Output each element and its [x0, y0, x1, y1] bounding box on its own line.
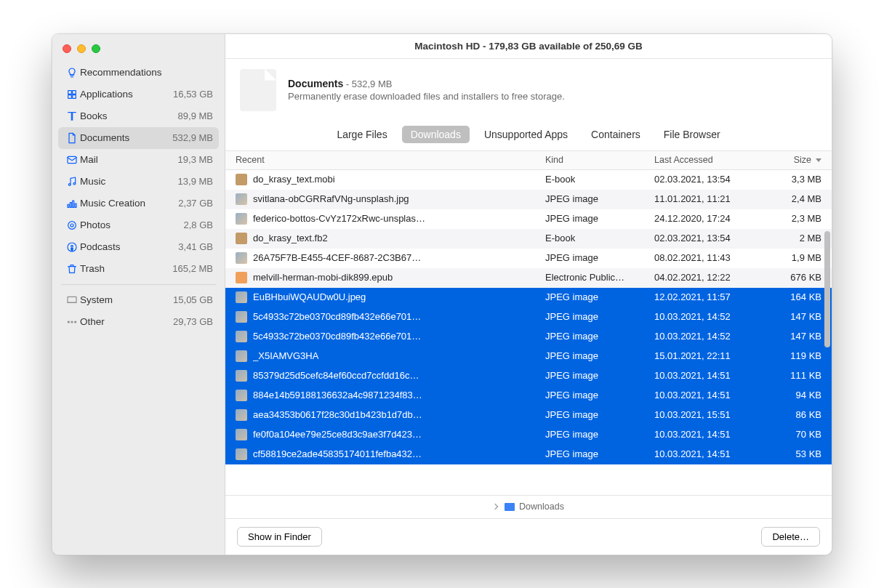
- file-thumbnail-icon: [236, 350, 247, 362]
- file-name: fe0f0a104ee79e25ce8d3c9ae3f7d423…: [253, 429, 422, 440]
- sidebar-item-size: 16,53 GB: [173, 89, 213, 100]
- svg-point-14: [75, 321, 76, 323]
- table-row[interactable]: _X5IAMVG3HAJPEG image15.01.2021, 22:1111…: [225, 347, 832, 366]
- file-last-accessed: 10.03.2021, 14:51: [654, 448, 763, 459]
- file-kind: JPEG image: [545, 291, 654, 302]
- sidebar-item-system[interactable]: System15,05 GB: [58, 289, 219, 311]
- file-kind: JPEG image: [545, 213, 654, 224]
- table-row[interactable]: melvill-herman-mobi-dik899.epubElectroni…: [225, 268, 832, 288]
- music-icon: [64, 176, 80, 188]
- file-last-accessed: 10.03.2021, 14:52: [654, 311, 763, 322]
- file-thumbnail-icon: [236, 193, 247, 205]
- musiccreation-icon: [64, 198, 80, 209]
- sidebar-item-label: Mail: [80, 154, 178, 165]
- sidebar-item-documents[interactable]: Documents532,9 MB: [58, 127, 219, 149]
- tab-unsupported-apps[interactable]: Unsupported Apps: [475, 126, 576, 143]
- file-last-accessed: 11.01.2021, 11:21: [654, 193, 763, 204]
- table-row[interactable]: aea34353b0617f28c30d1b423b1d7db…JPEG ima…: [225, 406, 832, 425]
- file-size: 147 KB: [763, 311, 821, 322]
- file-size: 94 KB: [763, 390, 821, 400]
- svg-point-7: [71, 224, 73, 227]
- file-kind: JPEG image: [545, 448, 654, 459]
- column-recent[interactable]: Recent: [236, 155, 545, 165]
- table-row[interactable]: cf58819ce2ade45835174011fefba432…JPEG im…: [225, 445, 832, 464]
- svg-point-13: [71, 321, 73, 323]
- file-size: 86 KB: [763, 409, 821, 420]
- file-name: cf58819ce2ade45835174011fefba432…: [253, 448, 422, 459]
- sidebar-item-other[interactable]: Other29,73 GB: [58, 311, 219, 333]
- sidebar-item-recommendations[interactable]: Recommendations: [58, 62, 219, 84]
- file-last-accessed: 02.03.2021, 13:54: [654, 174, 763, 185]
- file-name: 26A75F7B-E455-4CEF-8687-2C3B67…: [253, 252, 421, 263]
- column-last-accessed[interactable]: Last Accessed: [654, 155, 763, 165]
- table-row[interactable]: do_krasy_text.fb2E-book02.03.2021, 13:54…: [225, 229, 832, 249]
- scrollbar[interactable]: [824, 231, 830, 347]
- sidebar-item-mail[interactable]: Mail19,3 MB: [58, 149, 219, 171]
- file-thumbnail-icon: [236, 311, 247, 323]
- table-row[interactable]: 85379d25d5cefc84ef60ccd7ccfdd16c…JPEG im…: [225, 366, 832, 386]
- sidebar-item-size: 3,41 GB: [178, 241, 213, 252]
- file-size: 70 KB: [763, 429, 821, 440]
- sidebar-item-podcasts[interactable]: Podcasts3,41 GB: [58, 236, 219, 258]
- svg-rect-11: [68, 297, 76, 302]
- file-name: do_krasy_text.mobi: [253, 174, 335, 185]
- sidebar-item-label: System: [80, 294, 173, 305]
- file-kind: JPEG image: [545, 311, 654, 322]
- file-size: 2,3 MB: [763, 213, 821, 224]
- file-kind: Electronic Public…: [545, 272, 654, 283]
- table-row[interactable]: federico-bottos-CvYz172xRwc-unsplas…JPEG…: [225, 209, 832, 229]
- table-row[interactable]: 5c4933c72be0370cd89fb432e66e701…JPEG ima…: [225, 327, 832, 347]
- sidebar-divider: [61, 284, 216, 285]
- sidebar-item-label: Applications: [80, 89, 173, 100]
- file-name: federico-bottos-CvYz172xRwc-unsplas…: [253, 213, 425, 224]
- system-icon: [64, 294, 80, 306]
- sidebar-item-applications[interactable]: Applications16,53 GB: [58, 84, 219, 105]
- show-in-finder-button[interactable]: Show in Finder: [237, 527, 322, 547]
- sidebar-item-label: Documents: [80, 132, 172, 143]
- table-row[interactable]: 26A75F7B-E455-4CEF-8687-2C3B67…JPEG imag…: [225, 249, 832, 268]
- file-size: 119 KB: [763, 350, 821, 361]
- photos-icon: [64, 220, 80, 231]
- table-row[interactable]: 5c4933c72be0370cd89fb432e66e701…JPEG ima…: [225, 307, 832, 327]
- sidebar-item-photos[interactable]: Photos2,8 GB: [58, 214, 219, 236]
- svg-rect-5: [73, 201, 74, 207]
- book-icon: [64, 110, 80, 122]
- tab-containers[interactable]: Containers: [582, 126, 649, 143]
- file-last-accessed: 15.01.2021, 22:11: [654, 350, 763, 361]
- table-row[interactable]: EuBHbuiWQAUDw0U.jpegJPEG image12.02.2021…: [225, 288, 832, 307]
- sidebar-item-music[interactable]: Music13,9 MB: [58, 171, 219, 193]
- column-size[interactable]: Size: [763, 155, 821, 165]
- sidebar-item-label: Books: [80, 110, 178, 121]
- file-size: 164 KB: [763, 291, 821, 302]
- sidebar-item-size: 89,9 MB: [178, 110, 213, 121]
- file-table[interactable]: Recent Kind Last Accessed Size do_krasy_…: [225, 150, 832, 495]
- sidebar-item-size: 19,3 MB: [178, 154, 213, 165]
- tab-file-browser[interactable]: File Browser: [655, 126, 729, 143]
- trash-icon: [64, 263, 80, 275]
- tab-large-files[interactable]: Large Files: [328, 126, 395, 143]
- sidebar-item-label: Music Creation: [80, 198, 178, 209]
- zoom-window-button[interactable]: [92, 44, 100, 53]
- delete-button[interactable]: Delete…: [761, 527, 820, 547]
- file-kind: JPEG image: [545, 429, 654, 440]
- column-kind[interactable]: Kind: [545, 155, 654, 165]
- tab-downloads[interactable]: Downloads: [402, 126, 470, 143]
- file-name: aea34353b0617f28c30d1b423b1d7db…: [253, 409, 422, 420]
- sidebar-item-music-creation[interactable]: Music Creation2,37 GB: [58, 193, 219, 214]
- file-kind: JPEG image: [545, 193, 654, 204]
- sidebar-item-trash[interactable]: Trash165,2 MB: [58, 258, 219, 280]
- other-icon: [64, 316, 80, 328]
- table-row[interactable]: do_krasy_text.mobiE-book02.03.2021, 13:5…: [225, 170, 832, 190]
- close-window-button[interactable]: [63, 44, 71, 53]
- table-row[interactable]: svitlana-obCGRRafVNg-unsplash.jpgJPEG im…: [225, 190, 832, 209]
- sidebar-item-books[interactable]: Books89,9 MB: [58, 105, 219, 127]
- sidebar-item-size: 2,37 GB: [178, 198, 213, 209]
- table-row[interactable]: fe0f0a104ee79e25ce8d3c9ae3f7d423…JPEG im…: [225, 425, 832, 445]
- file-kind: JPEG image: [545, 350, 654, 361]
- sidebar-item-size: 15,05 GB: [173, 294, 213, 305]
- table-row[interactable]: 884e14b59188136632a4c9871234f83…JPEG ima…: [225, 386, 832, 406]
- sidebar-item-label: Podcasts: [80, 241, 178, 252]
- minimize-window-button[interactable]: [77, 44, 86, 53]
- window-title: Macintosh HD - 179,83 GB available of 25…: [225, 34, 832, 59]
- bulb-icon: [64, 67, 80, 78]
